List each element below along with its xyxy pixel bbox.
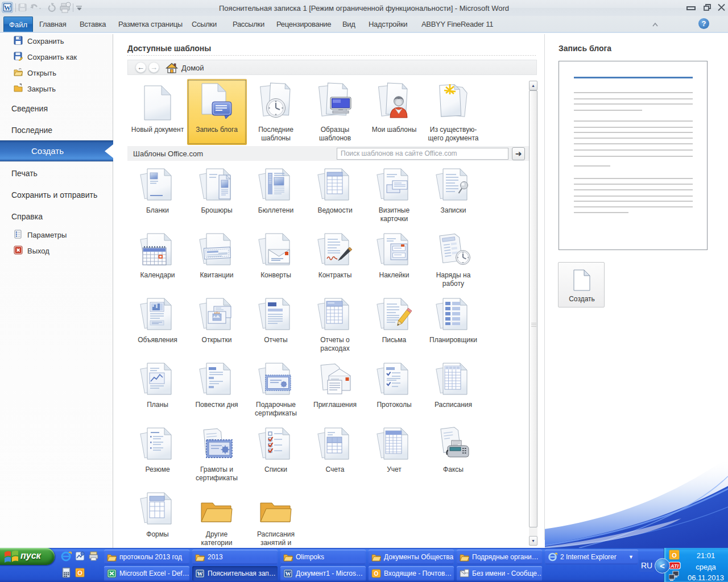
- svg-text:O: O: [77, 569, 82, 576]
- svg-text:W: W: [197, 571, 203, 577]
- svg-text:O: O: [374, 571, 379, 577]
- svg-text:ATI: ATI: [670, 563, 679, 569]
- svg-text:W: W: [286, 571, 291, 577]
- svg-text:O: O: [672, 552, 677, 559]
